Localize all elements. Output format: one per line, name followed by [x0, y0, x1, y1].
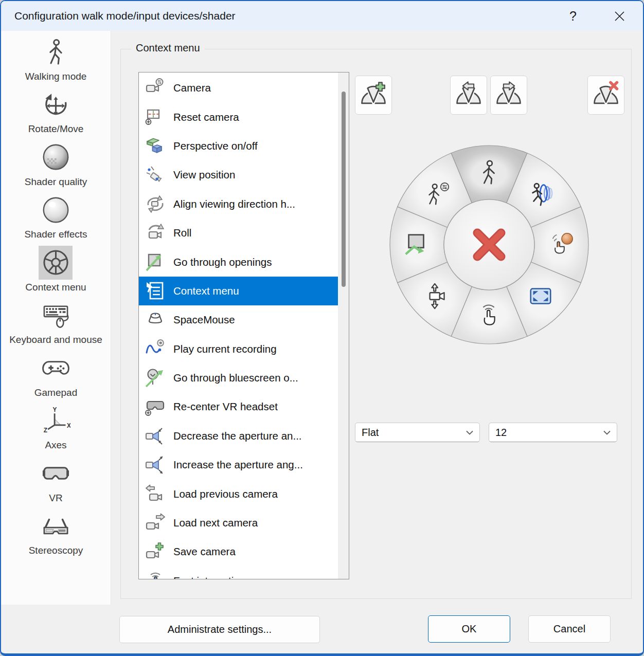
touch-interaction-icon[interactable] — [475, 303, 504, 332]
list-item-label: View position — [173, 169, 235, 181]
add-segment-button[interactable] — [355, 76, 392, 115]
list-item-perspective-on-off[interactable]: Perspective on/off — [139, 132, 338, 160]
shader-quality-icon — [39, 140, 73, 174]
svg-text:X: X — [67, 422, 70, 429]
fan-delete-icon — [592, 81, 620, 110]
list-item-go-through-bluescreen-o[interactable]: Go through bluescreen o... — [139, 363, 338, 392]
sidebar-item-label: Keyboard and mouse — [9, 332, 102, 347]
list-scrollbar-thumb[interactable] — [342, 92, 346, 287]
help-button[interactable]: ? — [561, 7, 585, 25]
entry-count-dropdown[interactable]: 12 — [489, 423, 617, 442]
save-camera-icon — [145, 541, 166, 562]
rotate-move-icon — [39, 87, 73, 121]
list-item-load-previous-camera[interactable]: Load previous camera — [139, 479, 338, 508]
list-item-fast-interaction[interactable]: Fast interaction — [139, 567, 338, 579]
close-button[interactable] — [607, 7, 632, 25]
list-item-align-viewing-direction-h[interactable]: Align viewing direction h... — [139, 190, 338, 218]
list-item-spacemouse[interactable]: SpaceMouse — [139, 305, 338, 334]
list-scrollbar-track[interactable] — [338, 72, 349, 579]
vr-headset-icon — [39, 457, 73, 490]
list-item-label: Re-center VR headset — [173, 400, 278, 413]
walk-through-wall-icon[interactable] — [526, 179, 555, 208]
list-item-label: Perspective on/off — [173, 140, 258, 152]
sidebar-item-rotate-move[interactable]: Rotate/Move — [28, 87, 84, 136]
list-item-label: Go through openings — [173, 256, 272, 268]
svg-text:Z: Z — [44, 427, 47, 434]
walking-icon[interactable] — [475, 158, 504, 187]
delete-segment-button[interactable] — [587, 76, 624, 115]
fullscreen-icon[interactable] — [526, 282, 555, 311]
entry-count-value: 12 — [495, 427, 507, 439]
configuration-dialog: Configuration walk mode/input devices/sh… — [0, 0, 644, 656]
load-previous-camera-icon — [145, 484, 166, 504]
list-item-label: Context menu — [173, 285, 239, 297]
go-through-bluescreen-icon — [145, 368, 166, 388]
list-item-label: Load next camera — [173, 517, 258, 529]
move-segment-right-button[interactable] — [490, 76, 527, 115]
cancel-button[interactable]: Cancel — [528, 615, 611, 643]
titlebar: Configuration walk mode/input devices/sh… — [1, 1, 643, 31]
sidebar-item-walking-mode[interactable]: Walking mode — [25, 35, 87, 84]
list-item-label: Play current recording — [173, 343, 277, 355]
camera-settings-icon — [145, 78, 166, 98]
fan-left-icon — [455, 81, 482, 110]
move-camera-icon[interactable] — [423, 282, 452, 311]
list-item-roll[interactable]: Roll — [139, 218, 338, 247]
walking-settings-icon[interactable] — [423, 179, 452, 208]
list-item-reset-camera[interactable]: Reset camera — [139, 102, 338, 131]
help-icon: ? — [569, 9, 577, 24]
list-item-go-through-openings[interactable]: Go through openings — [139, 247, 338, 276]
list-item-label: Fast interaction — [173, 575, 245, 579]
list-item-label: Save camera — [173, 545, 236, 558]
fast-interaction-icon — [145, 571, 166, 579]
grab-ball-icon[interactable] — [547, 230, 576, 259]
stereo-glasses-icon — [39, 509, 73, 543]
sidebar-item-label: Gamepad — [34, 385, 77, 400]
sidebar-item-keyboard-and-mouse[interactable]: Keyboard and mouse — [9, 298, 102, 347]
sidebar-item-shader-effects[interactable]: Shader effects — [24, 193, 87, 242]
decrease-aperture-icon — [145, 426, 166, 446]
administrate-settings-button[interactable]: Administrate settings... — [119, 616, 320, 643]
chevron-down-icon — [603, 430, 611, 435]
list-item-re-center-vr-headset[interactable]: Re-center VR headset — [139, 392, 338, 421]
sidebar-item-label: Shader effects — [24, 227, 87, 242]
close-icon — [614, 11, 625, 22]
pie-menu-preview — [381, 137, 597, 353]
list-item-label: Roll — [173, 227, 191, 239]
load-next-camera-icon — [145, 513, 166, 533]
ok-button[interactable]: OK — [428, 615, 510, 643]
spacemouse-icon — [145, 309, 166, 330]
list-item-context-menu[interactable]: Context menu — [139, 277, 338, 305]
sidebar-item-shader-quality[interactable]: Shader quality — [25, 140, 87, 189]
list-item-label: Increase the aperture ang... — [173, 459, 303, 471]
list-item-increase-the-aperture-ang[interactable]: Increase the aperture ang... — [139, 450, 338, 479]
menu-style-dropdown[interactable]: Flat — [355, 423, 480, 442]
list-item-decrease-the-aperture-an[interactable]: Decrease the aperture an... — [139, 422, 338, 450]
context-menu-action-list: CameraReset cameraPerspective on/offView… — [138, 72, 349, 579]
sidebar-item-gamepad[interactable]: Gamepad — [34, 351, 77, 400]
list-item-label: Go through bluescreen o... — [173, 372, 298, 384]
list-item-label: Camera — [173, 82, 211, 94]
screen-arrow-icon[interactable] — [402, 230, 431, 259]
list-item-label: Reset camera — [173, 111, 239, 123]
sidebar-item-label: Shader quality — [25, 174, 87, 189]
sidebar: Walking modeRotate/MoveShader qualitySha… — [1, 31, 111, 605]
sidebar-item-stereoscopy[interactable]: Stereoscopy — [29, 509, 83, 558]
list-item-play-current-recording[interactable]: Play current recording — [139, 335, 338, 363]
chevron-down-icon — [466, 430, 473, 435]
list-item-label: SpaceMouse — [173, 314, 235, 326]
list-item-load-next-camera[interactable]: Load next camera — [139, 508, 338, 537]
roll-icon — [145, 223, 166, 243]
sidebar-item-axes[interactable]: YXZAxes — [39, 404, 73, 452]
window-title: Configuration walk mode/input devices/sh… — [14, 10, 236, 22]
view-position-icon — [145, 165, 166, 185]
sidebar-item-label: VR — [49, 490, 62, 505]
list-item-camera[interactable]: Camera — [139, 74, 338, 102]
list-item-label: Load previous camera — [173, 488, 278, 500]
sidebar-item-vr[interactable]: VR — [39, 457, 73, 505]
move-segment-left-button[interactable] — [450, 76, 487, 115]
list-item-view-position[interactable]: View position — [139, 160, 338, 189]
list-item-save-camera[interactable]: Save camera — [139, 537, 338, 566]
sidebar-item-context-menu[interactable]: Context menu — [25, 246, 86, 295]
sidebar-item-label: Stereoscopy — [29, 543, 83, 558]
